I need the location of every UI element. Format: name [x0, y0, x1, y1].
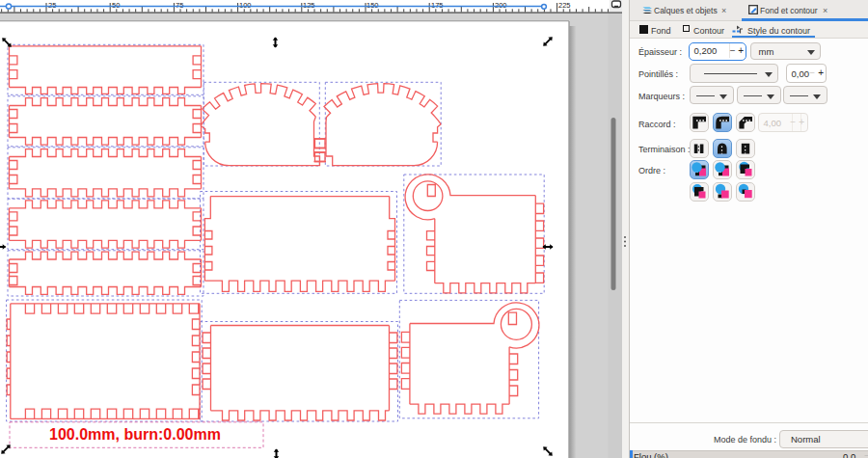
svg-text:75: 75 [176, 1, 183, 10]
svg-text:50: 50 [112, 1, 120, 10]
svg-text:25: 25 [48, 1, 56, 10]
svg-text:150: 150 [366, 1, 379, 10]
svg-text:100: 100 [239, 1, 252, 10]
svg-text:225: 225 [558, 1, 571, 10]
svg-text:125: 125 [303, 1, 315, 10]
svg-text:100.0mm, burn:0.00mm: 100.0mm, burn:0.00mm [49, 426, 221, 443]
svg-text:200: 200 [495, 1, 507, 10]
svg-text:175: 175 [431, 1, 444, 10]
